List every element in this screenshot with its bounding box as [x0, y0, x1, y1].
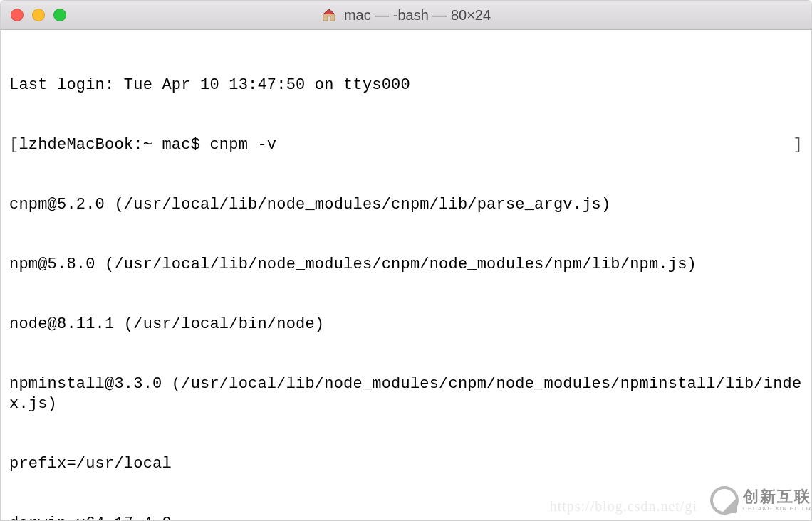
- terminal-body[interactable]: Last login: Tue Apr 10 13:47:50 on ttys0…: [1, 30, 811, 520]
- output-line: darwin x64 17.4.0: [9, 514, 803, 520]
- last-login-line: Last login: Tue Apr 10 13:47:50 on ttys0…: [9, 75, 803, 95]
- prompt-text: lzhdeMacBook:~ mac$: [19, 135, 209, 155]
- minimize-button[interactable]: [32, 9, 45, 21]
- home-icon: [321, 7, 337, 23]
- window-title-area: mac — -bash — 80×24: [321, 7, 491, 23]
- prompt-open-bracket: [: [9, 135, 19, 155]
- prompt-close-bracket: ]: [793, 135, 803, 155]
- window-title: mac — -bash — 80×24: [344, 7, 491, 23]
- logo-cn-text: 创新互联: [743, 489, 811, 505]
- watermark-url: https://blog.csdn.net/gi: [550, 496, 697, 516]
- terminal-window: mac — -bash — 80×24 Last login: Tue Apr …: [0, 0, 812, 521]
- close-button[interactable]: [11, 9, 24, 21]
- output-line: node@8.11.1 (/usr/local/bin/node): [9, 315, 803, 335]
- zoom-button[interactable]: [53, 9, 66, 21]
- output-line: npm@5.8.0 (/usr/local/lib/node_modules/c…: [9, 255, 803, 275]
- output-line: cnpm@5.2.0 (/usr/local/lib/node_modules/…: [9, 195, 803, 215]
- logo-icon: [710, 486, 739, 515]
- titlebar[interactable]: mac — -bash — 80×24: [1, 1, 811, 30]
- output-line: npminstall@3.3.0 (/usr/local/lib/node_mo…: [9, 374, 803, 414]
- output-line: prefix=/usr/local: [9, 454, 803, 474]
- traffic-lights: [11, 9, 66, 21]
- logo-en-text: CHUANG XIN HU LIAN: [743, 506, 811, 512]
- command-text: cnpm -v: [209, 135, 276, 155]
- logo-text: 创新互联 CHUANG XIN HU LIAN: [743, 489, 811, 512]
- prompt-line-1: [lzhdeMacBook:~ mac$ cnpm -v ]: [9, 135, 803, 155]
